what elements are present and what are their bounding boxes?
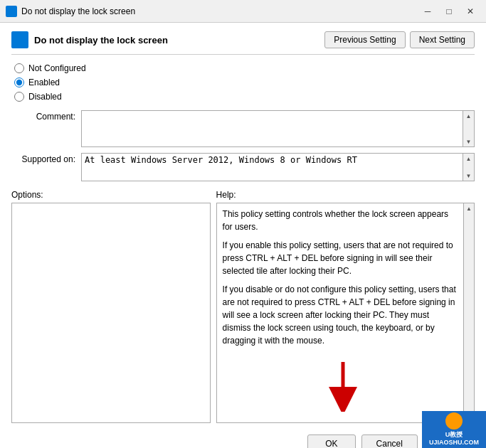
comment-scroll-up[interactable]: ▲ [465, 112, 473, 120]
watermark: U教授UJIAOSHU.COM [422, 411, 486, 448]
watermark-text: U教授UJIAOSHU.COM [429, 431, 479, 447]
title-bar-icon [6, 6, 17, 17]
arrow-svg [322, 362, 364, 412]
help-scrollbar: ▲ ▼ [463, 203, 475, 423]
radio-section: Not Configured Enabled Disabled [11, 63, 475, 102]
help-text-1: This policy setting controls whether the… [223, 208, 458, 233]
radio-not-configured: Not Configured [14, 63, 475, 73]
previous-setting-button[interactable]: Previous Setting [324, 31, 405, 48]
not-configured-label[interactable]: Not Configured [28, 63, 86, 73]
dialog-header-left: Do not display the lock screen [11, 31, 168, 48]
comment-field-wrapper: ▲ ▼ [81, 110, 475, 147]
arrow-indicator [322, 362, 364, 414]
supported-scrollbar: ▲ ▼ [463, 153, 475, 181]
disabled-radio[interactable] [14, 92, 24, 102]
dialog-content: Do not display the lock screen Previous … [0, 23, 486, 448]
comment-label: Comment: [11, 110, 75, 122]
title-bar-left: Do not display the lock screen [6, 6, 135, 17]
fields-section: Comment: ▲ ▼ Supported on: At least Wind… [11, 110, 475, 181]
comment-textarea[interactable] [81, 110, 463, 147]
help-text-3: If you disable or do not configure this … [223, 283, 458, 347]
enabled-radio[interactable] [14, 78, 24, 87]
ok-button[interactable]: OK [307, 434, 355, 448]
supported-scroll-down[interactable]: ▼ [465, 171, 473, 180]
footer-area: OK Cancel Apply [11, 429, 475, 448]
watermark-logo [445, 412, 463, 430]
dialog-title: Do not display the lock screen [34, 35, 168, 46]
enabled-label[interactable]: Enabled [28, 78, 60, 87]
supported-label: Supported on: [11, 153, 75, 164]
options-box[interactable] [11, 203, 211, 423]
two-col-section: Options: Help: This policy setting contr… [11, 190, 475, 423]
options-column: Options: [11, 190, 211, 423]
not-configured-radio[interactable] [14, 63, 24, 73]
dialog-header-buttons: Previous Setting Next Setting [324, 31, 475, 48]
cancel-button[interactable]: Cancel [361, 434, 418, 448]
policy-icon [11, 31, 28, 48]
next-setting-button[interactable]: Next Setting [410, 31, 475, 48]
maximize-button[interactable]: □ [439, 4, 459, 18]
supported-field-wrapper: At least Windows Server 2012, Windows 8 … [81, 153, 475, 181]
title-bar-title: Do not display the lock screen [21, 6, 135, 16]
title-bar: Do not display the lock screen ─ □ ✕ [0, 0, 486, 23]
help-label: Help: [216, 190, 475, 200]
help-text-2: If you enable this policy setting, users… [223, 239, 458, 277]
comment-scroll-down[interactable]: ▼ [465, 137, 473, 146]
close-button[interactable]: ✕ [460, 4, 480, 18]
help-scroll-up[interactable]: ▲ [465, 204, 473, 213]
title-bar-controls: ─ □ ✕ [418, 4, 480, 18]
options-label: Options: [11, 190, 211, 200]
supported-textarea[interactable]: At least Windows Server 2012, Windows 8 … [81, 153, 463, 181]
minimize-button[interactable]: ─ [418, 4, 438, 18]
supported-row: Supported on: At least Windows Server 20… [11, 153, 475, 181]
radio-disabled: Disabled [14, 92, 475, 102]
supported-scroll-up[interactable]: ▲ [465, 154, 473, 163]
comment-row: Comment: ▲ ▼ [11, 110, 475, 147]
radio-enabled: Enabled [14, 78, 475, 87]
dialog-header: Do not display the lock screen Previous … [11, 31, 475, 55]
disabled-label[interactable]: Disabled [28, 92, 62, 102]
comment-scrollbar: ▲ ▼ [463, 110, 475, 147]
